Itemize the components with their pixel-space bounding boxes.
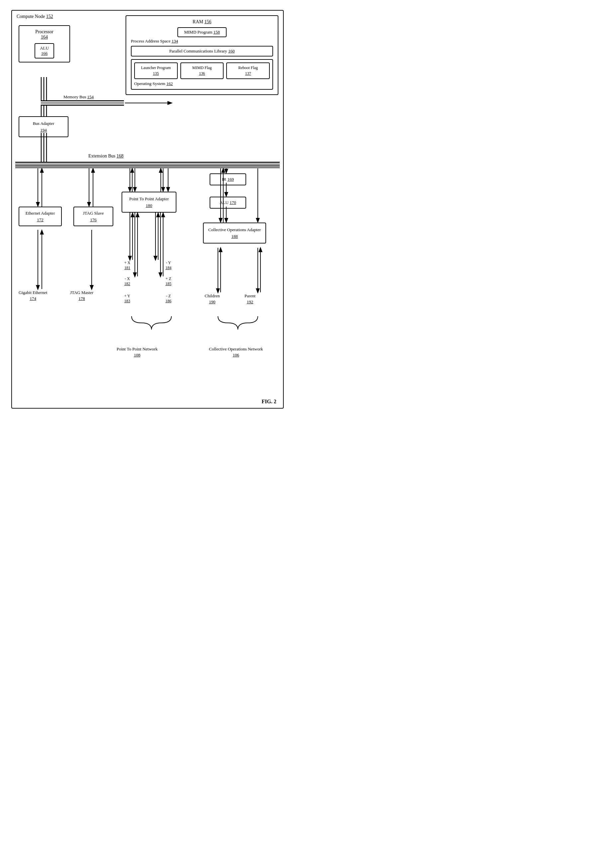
fig-label: FIG. 2: [262, 399, 276, 404]
page: Compute Node 152 RAM 156 MIMD Program 15…: [7, 7, 288, 412]
diagram-svg: [12, 10, 285, 409]
